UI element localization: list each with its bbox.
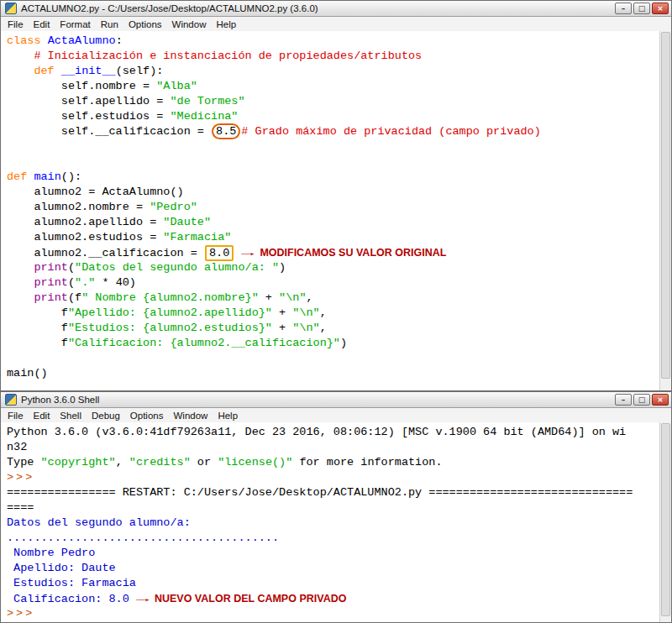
builtin-token: print [34, 276, 68, 289]
code-line: self.nombre = "Alba" [7, 79, 654, 94]
code-line: Estudios: Farmacia [7, 576, 654, 591]
code-line: Nombre Pedro [7, 546, 654, 561]
menu-item-run[interactable]: Run [96, 18, 123, 30]
minimize-button[interactable]: – [615, 3, 632, 14]
plain-code-text: self.__calificacion = [7, 125, 211, 138]
plain-code-text: + [272, 306, 292, 319]
definition-name: main [34, 170, 60, 183]
code-line: # Inicialización e instanciación de prop… [7, 49, 654, 64]
string-token: "\n" [292, 306, 319, 319]
builtin-token: print [34, 261, 68, 274]
builtin-token: print [34, 291, 68, 304]
definition-name: __init__ [61, 65, 116, 77]
minimize-button[interactable]: – [615, 394, 632, 406]
menu-item-debug[interactable]: Debug [87, 410, 125, 421]
code-line: self.__calificacion = 8.5# Grado máximo … [7, 124, 654, 139]
close-button[interactable]: × [652, 3, 669, 14]
menu-item-file[interactable]: File [3, 410, 29, 421]
editor-scrollbar[interactable] [659, 31, 671, 390]
code-line: >>> [7, 470, 654, 485]
menu-item-options[interactable]: Options [125, 410, 169, 421]
shell-prompt: >>> [7, 607, 44, 620]
code-line: n32 [7, 440, 654, 455]
plain-code-text: main() [7, 367, 48, 380]
menu-item-window[interactable]: Window [167, 18, 212, 30]
editor-text-area[interactable]: class ActaAlumno: # Inicialización e ins… [1, 31, 671, 381]
code-line: f"Calificacion: {alumno2.__calificacion}… [7, 336, 654, 351]
keyword-token: class [7, 34, 41, 47]
code-line: ==== [7, 500, 654, 516]
code-line [7, 154, 654, 170]
close-button[interactable]: × [652, 394, 669, 406]
plain-code-text: f [7, 306, 68, 319]
menu-item-edit[interactable]: Edit [29, 18, 55, 30]
plain-code-text [7, 276, 34, 289]
plain-code-text: ==== [7, 501, 34, 514]
string-token: "Apellido: {alumno2.apellido}" [68, 306, 272, 319]
shell-text-area[interactable]: Python 3.6.0 (v3.6.0:41df79263a11, Dec 2… [1, 422, 671, 621]
plain-code-text: self.apellido = [7, 95, 170, 107]
menu-item-options[interactable]: Options [123, 18, 167, 30]
string-token: "credits" [129, 456, 191, 469]
plain-code-text: Type [7, 456, 41, 469]
shell-titlebar[interactable]: Python 3.6.0 Shell – □ × [1, 392, 671, 408]
string-token: "." [75, 276, 95, 289]
shell-output-area: Python 3.6.0 (v3.6.0:41df79263a11, Dec 2… [1, 422, 671, 622]
code-line: def main(): [7, 170, 654, 185]
plain-code-text: + [259, 291, 279, 304]
plain-code-text [7, 65, 34, 77]
editor-titlebar[interactable]: ACTALUMNO2.py - C:/Users/Jose/Desktop/AC… [1, 1, 671, 17]
editor-window-controls: – □ × [615, 3, 669, 14]
annotation-label: MODIFICAMOS SU VALOR ORIGINAL [260, 247, 446, 259]
shell-menubar: FileEditShellDebugOptionsWindowHelp [1, 408, 671, 423]
shell-scrollbar[interactable] [659, 422, 671, 622]
menu-item-window[interactable]: Window [168, 410, 213, 421]
menu-item-format[interactable]: Format [55, 18, 95, 30]
comment-token: # Inicialización e instanciación de prop… [34, 50, 422, 62]
code-line: f"Apellido: {alumno2.apellido}" + "\n", [7, 306, 654, 321]
keyword-token: def [7, 170, 27, 183]
plain-code-text [7, 50, 34, 62]
plain-code-text: ================ RESTART: C:/Users/Jose/… [7, 486, 633, 499]
plain-code-text: ) [279, 261, 286, 274]
menu-item-shell[interactable]: Shell [55, 410, 87, 421]
plain-code-text: + [272, 322, 292, 334]
plain-code-text: , [306, 291, 312, 304]
code-line: alumno2.nombre = "Pedro" [7, 200, 654, 215]
code-line: f"Estudios: {alumno2.estudios}" + "\n", [7, 321, 654, 336]
editor-menubar: FileEditFormatRunOptionsWindowHelp [1, 17, 671, 32]
plain-code-text: alumno2.apellido = [7, 216, 163, 228]
plain-code-text: for more information. [292, 456, 442, 469]
plain-code-text: n32 [7, 441, 27, 453]
plain-code-text: , [116, 456, 129, 469]
code-line [7, 351, 654, 366]
plain-code-text: ( [68, 276, 75, 289]
code-line: Python 3.6.0 (v3.6.0:41df79263a11, Dec 2… [7, 425, 654, 440]
plain-code-text: , [320, 322, 327, 334]
plain-code-text: self.nombre = [7, 80, 156, 92]
program-output-text: Apellido: Daute [7, 562, 116, 574]
maximize-button[interactable]: □ [633, 3, 650, 14]
string-token: "Alba" [156, 80, 197, 92]
plain-code-text: alumno2.nombre = [7, 201, 150, 213]
menu-item-file[interactable]: File [3, 18, 29, 30]
maximize-button[interactable]: □ [633, 394, 650, 406]
string-token: "Daute" [163, 216, 211, 228]
plain-code-text: : [116, 34, 123, 47]
program-output-text: Nombre Pedro [7, 547, 95, 559]
menu-item-help[interactable]: Help [213, 410, 243, 421]
code-line: Type "copyright", "credits" or "license(… [7, 455, 654, 470]
code-line: self.apellido = "de Tormes" [7, 94, 654, 109]
plain-code-text: * 40) [95, 276, 136, 289]
code-line: def __init__(self): [7, 64, 654, 79]
code-line: self.estudios = "Medicina" [7, 109, 654, 124]
python-shell-icon [5, 394, 17, 406]
code-line: alumno2.estudios = "Farmacia" [7, 230, 654, 245]
program-output-text: Calificacion: 8.0 [7, 593, 129, 605]
code-line: print(f" Nombre {alumno2.nombre}" + "\n"… [7, 291, 654, 306]
menu-item-edit[interactable]: Edit [29, 410, 55, 421]
editor-scrollbar-thumb[interactable] [661, 32, 670, 379]
menu-item-help[interactable]: Help [211, 18, 241, 30]
string-token: " Nombre {alumno2.nombre}" [81, 291, 259, 304]
shell-scrollbar-thumb[interactable] [661, 423, 670, 616]
